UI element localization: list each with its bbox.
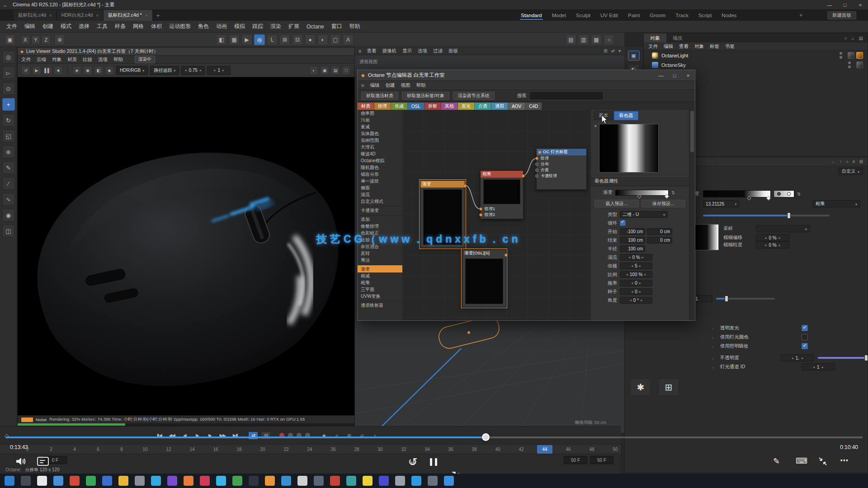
- menu-item[interactable]: 样条: [115, 23, 126, 30]
- node-type-item[interactable]: 三平面: [358, 286, 402, 293]
- am-header-icon[interactable]: ←: [831, 159, 835, 164]
- workspace-tab[interactable]: Sculpt: [575, 11, 591, 19]
- ne-menu-item[interactable]: 编辑: [370, 82, 379, 89]
- taskbar-app-icon[interactable]: [346, 476, 356, 486]
- pick-focus-button[interactable]: ◉: [83, 66, 92, 75]
- stop-render-button[interactable]: ■: [54, 66, 63, 75]
- taskbar-app-icon[interactable]: [5, 476, 14, 486]
- knot-position-field[interactable]: 13.21125›: [703, 200, 739, 207]
- annotate-button[interactable]: ✎: [773, 456, 780, 466]
- om-menu-item[interactable]: 对象: [694, 43, 704, 50]
- node-type-item[interactable]: 自定义模式: [358, 198, 402, 205]
- taskbar-app-icon[interactable]: [428, 476, 438, 486]
- param-stepper[interactable]: 100 %: [620, 271, 652, 278]
- node-type-item[interactable]: 实体颜色: [358, 130, 402, 137]
- ne-action-button[interactable]: 获取激活标签/对象: [402, 92, 449, 100]
- taskbar-app-icon[interactable]: [184, 476, 193, 486]
- node-category-tab[interactable]: 折射: [425, 103, 441, 110]
- video-progress-knob[interactable]: [482, 433, 490, 441]
- blur-stepper[interactable]: 0 %: [756, 234, 789, 241]
- node-category-tab[interactable]: C4D: [525, 103, 542, 110]
- node-type-item[interactable]: 侧面: [358, 184, 402, 191]
- workspace-tab[interactable]: Paint: [627, 11, 641, 19]
- node-type-item[interactable]: 衰减: [358, 123, 402, 130]
- knife-tool[interactable]: ∕: [2, 177, 15, 190]
- am-preset-dropdown[interactable]: 自定义: [838, 168, 863, 175]
- new-panel-button[interactable]: 新建面板: [827, 11, 856, 19]
- node-category-tab[interactable]: 材质: [358, 103, 374, 110]
- content-browser-icon[interactable]: ▦: [591, 34, 602, 45]
- gradient-knot-controls[interactable]: [774, 190, 794, 197]
- taskbar-app-icon[interactable]: [118, 476, 128, 486]
- object-name[interactable]: OctaneSky: [661, 62, 686, 68]
- node-category-tab[interactable]: 通用: [491, 103, 508, 110]
- tag-icon[interactable]: [856, 52, 863, 59]
- rotate-tool[interactable]: ↻: [2, 114, 15, 127]
- node-setup-icon[interactable]: ⊞: [658, 379, 679, 396]
- param-stepper[interactable]: 0 °: [620, 297, 652, 304]
- node-output-port[interactable]: [522, 174, 525, 178]
- lock-resolution-button[interactable]: ◈: [72, 66, 81, 75]
- om-tab[interactable]: 场次: [666, 33, 689, 42]
- taskbar-app-icon[interactable]: [151, 476, 161, 486]
- lv-menu-item[interactable]: 比较: [83, 56, 92, 63]
- mirror-tool[interactable]: ◫: [2, 225, 15, 237]
- taskbar-app-icon[interactable]: [232, 476, 242, 486]
- axis-lock-button[interactable]: Z: [42, 35, 51, 44]
- om-search-icon[interactable]: ○: [844, 36, 847, 41]
- timeline-ruler[interactable]: 0246810121416182022242628303234363840424…: [0, 444, 621, 454]
- material-panel-icon[interactable]: ▥: [578, 34, 589, 45]
- node-type-item[interactable]: 实例范围: [358, 137, 402, 144]
- interactive-render-button[interactable]: ▶: [241, 34, 252, 45]
- subtitle-button[interactable]: [37, 457, 49, 466]
- visibility-dots[interactable]: [848, 61, 851, 68]
- ne-minimize-button[interactable]: —: [654, 70, 668, 81]
- param-field[interactable]: 0 cm: [647, 228, 672, 235]
- taskbar-app-icon[interactable]: [314, 476, 324, 486]
- ne-menu-item[interactable]: 帮助: [416, 82, 425, 89]
- mix-field[interactable]: 1.: [693, 295, 712, 302]
- am-header-icon[interactable]: ⊞: [859, 159, 863, 164]
- kernel-dropdown[interactable]: 路径追踪: [150, 66, 179, 75]
- menu-item[interactable]: 跟踪: [252, 23, 263, 30]
- ne-close-button[interactable]: ×: [681, 70, 695, 81]
- snap-button[interactable]: ⊞: [279, 34, 290, 45]
- region-render-button[interactable]: ◧: [94, 66, 103, 75]
- camera-button[interactable]: ▢: [330, 34, 341, 45]
- close-button[interactable]: ×: [853, 0, 868, 10]
- graph-node[interactable]: 渐变(OSL)[S]: [462, 249, 506, 307]
- node-input-port[interactable]: 纹理2: [481, 212, 523, 218]
- menu-item[interactable]: 运动图形: [169, 23, 191, 30]
- panel-gradient-icons[interactable]: ⇅: [671, 190, 675, 195]
- param-field[interactable]: -100 cm: [620, 228, 645, 235]
- coordinate-system-icon[interactable]: ⊕: [54, 34, 65, 45]
- om-menu-item[interactable]: 编辑: [664, 43, 673, 50]
- menu-item[interactable]: 帮助: [349, 23, 360, 30]
- end-frame-field-2[interactable]: 50 F: [590, 456, 613, 464]
- taskbar-app-icon[interactable]: [395, 476, 405, 486]
- add-document-button[interactable]: +: [153, 10, 164, 21]
- tag-icon[interactable]: [848, 52, 854, 59]
- display-mode-dropdown[interactable]: HDR/RGB: [116, 66, 148, 75]
- param-dropdown[interactable]: 二维 - U: [620, 211, 668, 218]
- taskbar-app-icon[interactable]: [135, 476, 145, 486]
- param-stepper[interactable]: 5: [620, 263, 652, 269]
- menu-item[interactable]: 模拟: [234, 23, 245, 30]
- node-type-item[interactable]: UVW变换: [358, 293, 402, 300]
- light-channel-stepper[interactable]: 1: [802, 363, 835, 371]
- param-fields[interactable]: 100 cm: [620, 245, 645, 252]
- menu-item[interactable]: 角色: [198, 23, 209, 30]
- sampler-dropdown[interactable]: [756, 225, 810, 232]
- menu-item[interactable]: 扩展: [288, 23, 299, 30]
- node-output-port[interactable]: [505, 253, 508, 257]
- object-name[interactable]: OctaneLight: [661, 53, 688, 58]
- param-stepper[interactable]: 0: [620, 280, 652, 286]
- aov-button[interactable]: A: [343, 34, 354, 45]
- workplane-button[interactable]: ◐: [317, 34, 328, 45]
- select-arrow-tool[interactable]: ▻: [2, 66, 15, 79]
- add-workspace-button[interactable]: +: [799, 12, 803, 19]
- toggle-checkbox[interactable]: [802, 334, 808, 340]
- taskbar-app-icon[interactable]: [330, 476, 340, 486]
- menu-item[interactable]: 选择: [79, 23, 90, 30]
- taskbar-app-icon[interactable]: [363, 476, 373, 486]
